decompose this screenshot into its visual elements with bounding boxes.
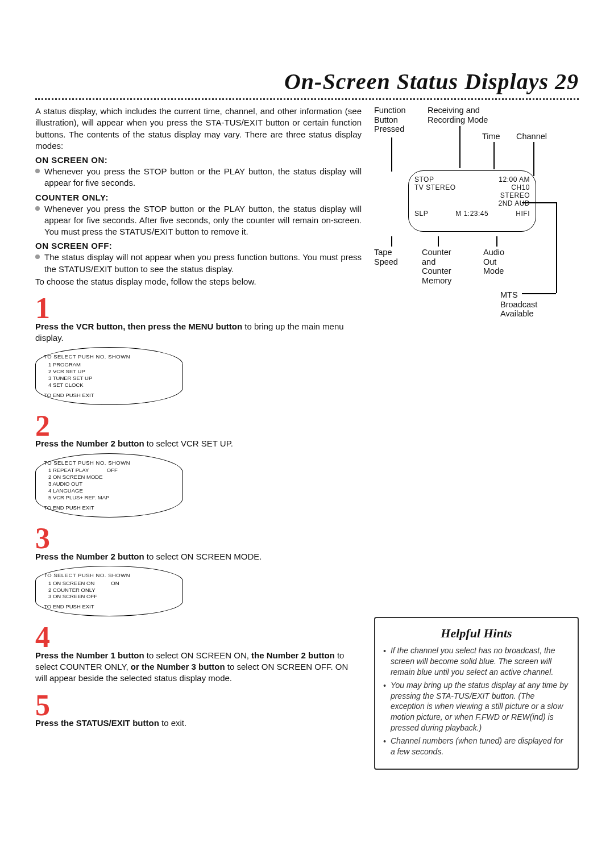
label-counter: Counter and Counter Memory <box>422 248 451 286</box>
bullet-icon <box>35 206 40 211</box>
status-screen: STOP 12:00 AM TV STEREO CH10 STEREO 2ND … <box>408 170 536 232</box>
screen-stop: STOP <box>414 176 434 183</box>
screen-2nd-aud: 2ND AUD <box>414 199 530 207</box>
screen-counter: M 1:23:45 <box>455 210 488 218</box>
status-diagram: Function Button Pressed Receiving and Re… <box>374 106 579 333</box>
step-4-text: Press the Number 1 button to select ON S… <box>35 650 362 685</box>
screen-hifi: HIFI <box>516 210 530 218</box>
mode-off-body: The status display will not appear when … <box>44 252 362 275</box>
step-5-number: 5 <box>35 692 362 719</box>
helpful-hints-list: If the channel you select has no broadca… <box>383 645 570 757</box>
helpful-hints-title: Helpful Hints <box>383 626 570 641</box>
label-mts: MTS Broadcast Available <box>500 290 537 319</box>
main-column: A status display, which includes the cur… <box>35 106 362 770</box>
screen-channel: CH10 <box>511 183 530 191</box>
step-1-text: Press the VCR button, then press the MEN… <box>35 321 362 344</box>
menu-vcr-title: TO SELECT PUSH NO. SHOWN <box>44 460 175 466</box>
label-receiving-mode: Receiving and Recording Mode <box>428 106 488 124</box>
step-4-number: 4 <box>35 624 362 651</box>
step-3-number: 3 <box>35 525 362 552</box>
label-tape-speed: Tape Speed <box>374 248 398 266</box>
step-5-text: Press the STATUS/EXIT button to exit. <box>35 717 362 729</box>
intro-text: A status display, which includes the cur… <box>35 106 362 152</box>
menu-main-list: 1 PROGRAM 2 VCR SET UP 3 TUNER SET UP 4 … <box>44 361 175 389</box>
helpful-hints-box: Helpful Hints If the channel you select … <box>374 617 579 770</box>
mode-counter-heading: COUNTER ONLY: <box>35 193 362 202</box>
mode-counter-body: Whenever you press the STOP button or th… <box>44 203 362 238</box>
menu-main-title: TO SELECT PUSH NO. SHOWN <box>44 353 175 360</box>
separator <box>35 98 579 100</box>
menu-vcr-foot: TO END PUSH EXIT <box>44 504 175 511</box>
menu-os-foot: TO END PUSH EXIT <box>44 603 175 610</box>
screen-stereo: STEREO <box>414 191 530 199</box>
label-audio-out: Audio Out Mode <box>483 248 504 276</box>
step-2-text: Press the Number 2 button to select VCR … <box>35 438 362 449</box>
bullet-icon <box>35 169 40 173</box>
mode-off-heading: ON SCREEN OFF: <box>35 241 362 251</box>
menu-os-list: 1 ON SCREEN ON ON 2 COUNTER ONLY 3 ON SC… <box>44 580 175 600</box>
menu-vcr-list: 1 REPEAT PLAY OFF 2 ON SCREEN MODE 3 AUD… <box>44 467 175 500</box>
menu-vcr-setup: TO SELECT PUSH NO. SHOWN 1 REPEAT PLAY O… <box>35 453 183 518</box>
screen-time: 12:00 AM <box>499 176 530 183</box>
step-3-text: Press the Number 2 button to select ON S… <box>35 551 362 562</box>
choose-line: To choose the status display mode, follo… <box>35 276 362 287</box>
menu-on-screen: TO SELECT PUSH NO. SHOWN 1 ON SCREEN ON … <box>35 566 183 616</box>
mode-on-body: Whenever you press the STOP button or th… <box>44 166 362 189</box>
menu-os-title: TO SELECT PUSH NO. SHOWN <box>44 572 175 579</box>
label-channel: Channel <box>516 132 547 141</box>
label-time: Time <box>482 132 500 141</box>
bullet-icon <box>35 254 40 259</box>
mode-on-heading: ON SCREEN ON: <box>35 155 362 165</box>
step-2-number: 2 <box>35 413 362 440</box>
step-1-number: 1 <box>35 295 362 322</box>
screen-tv-stereo: TV STEREO <box>414 183 456 191</box>
label-function-button: Function Button Pressed <box>374 106 406 134</box>
menu-main: TO SELECT PUSH NO. SHOWN 1 PROGRAM 2 VCR… <box>35 347 183 404</box>
page-title: On-Screen Status Displays 29 <box>35 68 579 95</box>
screen-slp: SLP <box>414 210 428 218</box>
side-column: Function Button Pressed Receiving and Re… <box>374 106 579 770</box>
menu-main-foot: TO END PUSH EXIT <box>44 392 175 399</box>
